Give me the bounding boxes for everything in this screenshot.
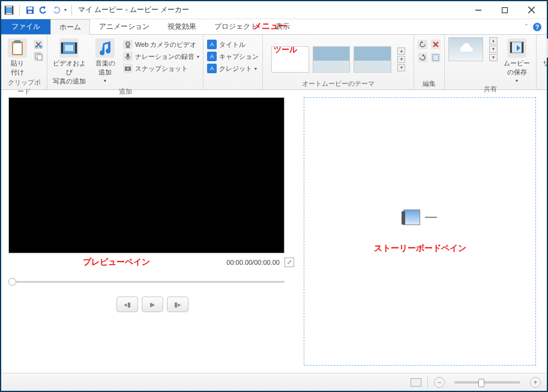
group-edit-label: 編集 bbox=[418, 78, 441, 88]
tab-file[interactable]: ファイル bbox=[1, 19, 50, 34]
svg-rect-23 bbox=[65, 45, 73, 51]
camera-icon bbox=[123, 64, 133, 73]
preview-video[interactable] bbox=[8, 97, 285, 253]
close-button[interactable] bbox=[518, 2, 544, 19]
webcam-button[interactable]: Web カメラのビデオ bbox=[123, 40, 199, 49]
group-text-label bbox=[207, 80, 259, 88]
group-add-label: 追加 bbox=[51, 86, 199, 96]
window-title: マイ ムービー - ムービー メーカー bbox=[78, 5, 189, 15]
undo-icon[interactable] bbox=[38, 5, 49, 16]
caption-icon: A bbox=[207, 52, 217, 61]
collapse-ribbon-icon[interactable]: ˆ bbox=[525, 23, 528, 31]
redo-icon[interactable] bbox=[51, 5, 62, 16]
separator bbox=[427, 377, 428, 388]
help-icon[interactable]: ? bbox=[532, 22, 542, 32]
group-clipboard-label: クリップボード bbox=[5, 77, 43, 96]
tab-home[interactable]: ホーム bbox=[50, 19, 90, 35]
theme-thumb-3[interactable] bbox=[354, 46, 391, 73]
play-button[interactable]: ▶ bbox=[142, 297, 163, 312]
group-share-label: 共有 bbox=[448, 83, 532, 94]
caption-button[interactable]: Aキャプション bbox=[207, 52, 259, 61]
add-music-button[interactable]: 音楽の 追加 ▾ bbox=[91, 37, 119, 83]
cut-icon[interactable] bbox=[34, 40, 43, 49]
separator bbox=[71, 5, 72, 16]
group-add: ビデオおよび 写真の追加 音楽の 追加 ▾ Web カメラのビデオ ナレーション… bbox=[47, 35, 203, 89]
snapshot-button[interactable]: スナップショット bbox=[123, 64, 199, 73]
preview-pane: プレビューペイン 00:00.00/00:00.00 ⤢ ◂▮ ▶ ▮▸ bbox=[8, 97, 297, 366]
status-bar: − + bbox=[1, 373, 547, 391]
add-video-photo-button[interactable]: ビデオおよび 写真の追加 bbox=[51, 37, 87, 86]
zoom-slider[interactable] bbox=[454, 381, 520, 384]
svg-rect-19 bbox=[37, 55, 42, 60]
title-bar: ▾ マイ ムービー - ムービー メーカー bbox=[1, 1, 547, 19]
svg-rect-1 bbox=[6, 7, 12, 13]
svg-rect-26 bbox=[126, 46, 130, 48]
zoom-out-button[interactable]: − bbox=[434, 377, 445, 388]
microphone-icon bbox=[123, 52, 133, 61]
add-video-photo-label: ビデオおよび 写真の追加 bbox=[51, 59, 87, 86]
share-scroll[interactable]: ▴▾▾ bbox=[489, 37, 498, 61]
svg-rect-15 bbox=[14, 40, 20, 43]
credits-icon: A bbox=[207, 64, 217, 73]
clipboard-icon bbox=[8, 38, 27, 58]
rotate-right-icon[interactable] bbox=[418, 53, 427, 62]
theme-thumb-2[interactable] bbox=[313, 46, 351, 73]
group-themes: ツール ▴▾▾ オートムービーのテーマ bbox=[263, 35, 414, 89]
theme-thumb-1[interactable] bbox=[271, 46, 309, 73]
rotate-left-icon[interactable] bbox=[418, 40, 427, 49]
select-all-icon[interactable] bbox=[431, 53, 441, 62]
svg-point-30 bbox=[127, 68, 129, 70]
app-icon bbox=[4, 5, 14, 16]
gallery-scroll[interactable]: ▴▾▾ bbox=[397, 47, 405, 71]
annotation-preview: プレビューペイン bbox=[11, 257, 221, 268]
tab-visual-effects[interactable]: 視覚効果 bbox=[158, 19, 205, 34]
credits-button[interactable]: Aクレジット▾ bbox=[207, 64, 259, 73]
svg-rect-21 bbox=[61, 43, 63, 53]
tab-project[interactable]: プロジェクト bbox=[205, 19, 266, 34]
share-thumb[interactable] bbox=[448, 37, 483, 61]
group-text: Aタイトル Aキャプション Aクレジット▾ bbox=[203, 35, 263, 89]
delete-icon[interactable] bbox=[431, 40, 441, 49]
svg-rect-27 bbox=[127, 53, 129, 58]
narration-button[interactable]: ナレーションの録音▾ bbox=[123, 52, 199, 61]
separator bbox=[19, 5, 20, 16]
add-music-label: 音楽の 追加 bbox=[95, 59, 115, 77]
signin-button[interactable]: サインイン bbox=[540, 37, 548, 77]
svg-rect-33 bbox=[433, 55, 439, 61]
view-mode-icon[interactable] bbox=[411, 378, 421, 387]
webcam-icon bbox=[123, 40, 133, 49]
tab-animation[interactable]: アニメーション bbox=[90, 19, 158, 34]
zoom-in-button[interactable]: + bbox=[530, 377, 541, 388]
title-button[interactable]: Aタイトル bbox=[207, 40, 259, 49]
ribbon-tabs: ファイル ホーム アニメーション 視覚効果 プロジェクト 表示 メニュー ˆ ? bbox=[1, 19, 547, 35]
svg-rect-14 bbox=[13, 43, 22, 54]
seek-slider[interactable] bbox=[8, 277, 285, 286]
group-edit: 編集 bbox=[414, 35, 445, 89]
window-controls bbox=[465, 2, 544, 19]
next-frame-button[interactable]: ▮▸ bbox=[167, 297, 188, 312]
cloud-icon bbox=[457, 43, 475, 55]
svg-rect-3 bbox=[12, 6, 13, 14]
save-movie-icon bbox=[507, 38, 526, 58]
save-movie-button[interactable]: ムービー の保存 ▾ bbox=[501, 37, 532, 83]
group-themes-label: オートムービーのテーマ bbox=[266, 78, 410, 88]
quick-access-toolbar: ▾ bbox=[4, 5, 74, 16]
seek-thumb[interactable] bbox=[8, 278, 16, 286]
annotation-storyboard: ストーリーボードペイン bbox=[374, 243, 466, 254]
group-clipboard: 貼り 付け クリップボード bbox=[1, 35, 47, 89]
music-note-icon bbox=[95, 38, 115, 58]
minimize-button[interactable] bbox=[465, 2, 492, 19]
title-icon: A bbox=[207, 40, 217, 49]
qat-dropdown-icon[interactable]: ▾ bbox=[64, 7, 67, 13]
svg-rect-22 bbox=[75, 43, 77, 53]
signin-label: サインイン bbox=[540, 59, 548, 77]
prev-frame-button[interactable]: ◂▮ bbox=[116, 297, 138, 312]
maximize-button[interactable] bbox=[492, 2, 518, 19]
copy-icon[interactable] bbox=[34, 52, 43, 61]
paste-button[interactable]: 貼り 付け bbox=[5, 37, 30, 77]
fullscreen-icon[interactable]: ⤢ bbox=[285, 258, 294, 267]
tab-view[interactable]: 表示 bbox=[266, 19, 299, 34]
storyboard-pane[interactable]: ストーリーボードペイン bbox=[304, 97, 536, 366]
save-icon[interactable] bbox=[25, 5, 35, 16]
svg-rect-8 bbox=[502, 7, 508, 13]
